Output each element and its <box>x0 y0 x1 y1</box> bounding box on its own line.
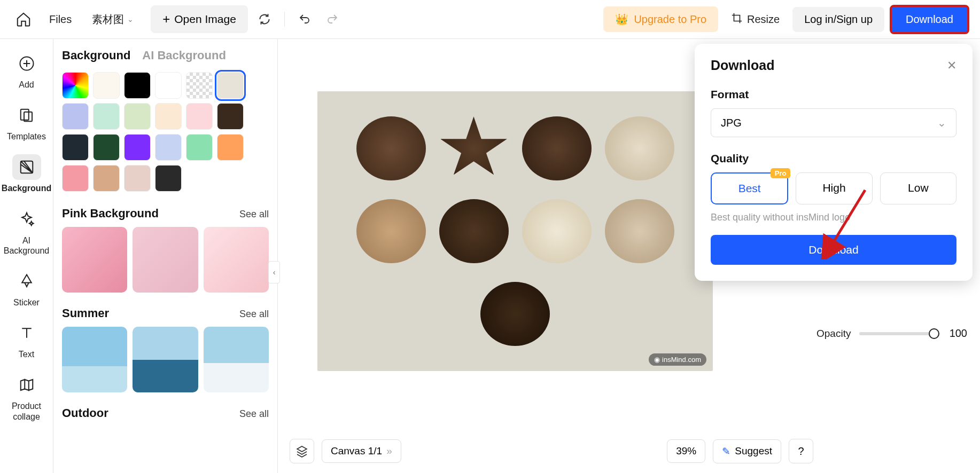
color-swatch[interactable] <box>93 165 120 192</box>
color-swatch[interactable] <box>124 165 151 192</box>
rail-collage-label: Product collage <box>12 401 41 421</box>
image-object <box>605 199 674 263</box>
rail-ai-background[interactable]: AI Background <box>3 202 50 260</box>
image-object <box>356 116 426 180</box>
color-swatch[interactable] <box>155 103 182 130</box>
color-swatch[interactable] <box>124 134 151 161</box>
quality-best[interactable]: Best Pro <box>711 172 788 204</box>
download-action-button[interactable]: Download <box>711 235 956 265</box>
layers-icon[interactable] <box>290 439 314 463</box>
canvas-footer: Canvas 1/1 » 39% ✎ Suggest ? <box>290 439 813 463</box>
upgrade-label: Upgrade to Pro <box>634 13 706 26</box>
color-swatch[interactable] <box>217 72 244 99</box>
chevron-down-icon: ⌄ <box>127 15 134 23</box>
slider-thumb[interactable] <box>929 328 939 339</box>
color-swatch[interactable] <box>155 134 182 161</box>
color-swatch[interactable] <box>124 103 151 130</box>
resize-label: Resize <box>747 13 780 26</box>
color-swatch[interactable] <box>124 72 151 99</box>
background-panel: Background AI Background Pink Background… <box>53 39 278 473</box>
plus-icon: + <box>162 12 170 27</box>
background-thumbnail[interactable] <box>62 227 127 293</box>
files-menu[interactable]: Files <box>42 9 79 30</box>
color-swatch[interactable] <box>93 103 120 130</box>
open-image-button[interactable]: + Open Image <box>151 5 248 33</box>
color-swatch[interactable] <box>186 134 213 161</box>
format-select[interactable]: JPG ⌄ <box>711 108 956 137</box>
opacity-control: Opacity 100 <box>816 327 967 340</box>
color-swatch[interactable] <box>93 72 120 99</box>
undo-icon[interactable] <box>293 8 316 30</box>
material-label: 素材图 <box>92 12 124 27</box>
quality-high[interactable]: High <box>796 172 872 204</box>
redo-icon[interactable] <box>321 8 344 30</box>
rail-background[interactable]: Background <box>3 150 50 198</box>
top-toolbar: Files 素材图 ⌄ + Open Image 👑 Upgrade to Pr… <box>0 0 980 39</box>
separator <box>284 12 285 27</box>
rail-templates-label: Templates <box>7 131 46 141</box>
color-swatch[interactable] <box>217 134 244 161</box>
color-swatch[interactable] <box>62 72 89 99</box>
image-object <box>605 116 674 180</box>
download-title: Download <box>711 58 774 73</box>
suggest-button[interactable]: ✎ Suggest <box>713 439 781 463</box>
upgrade-button[interactable]: 👑 Upgrade to Pro <box>603 6 718 32</box>
quality-options: Best Pro High Low <box>711 172 956 204</box>
opacity-value: 100 <box>944 327 967 340</box>
download-button[interactable]: Download <box>890 5 969 34</box>
see-all-link[interactable]: See all <box>239 309 269 320</box>
quality-low[interactable]: Low <box>880 172 956 204</box>
rail-sticker[interactable]: Sticker <box>3 264 50 312</box>
sync-icon[interactable] <box>253 8 276 30</box>
canvas-pager[interactable]: Canvas 1/1 » <box>322 439 401 463</box>
collapse-panel-button[interactable]: ‹ <box>268 261 280 283</box>
crown-icon: 👑 <box>615 13 628 26</box>
color-swatch[interactable] <box>62 103 89 130</box>
section-title: Outdoor <box>62 406 108 420</box>
home-icon[interactable] <box>11 6 36 32</box>
color-swatch[interactable] <box>186 103 213 130</box>
rail-product-collage[interactable]: Product collage <box>3 368 50 425</box>
close-icon[interactable]: ✕ <box>947 59 956 73</box>
background-thumbnail[interactable] <box>133 327 198 392</box>
color-swatch[interactable] <box>155 72 182 99</box>
canvas-image[interactable]: ◉insMind.com <box>317 91 713 371</box>
rail-templates[interactable]: Templates <box>3 98 50 146</box>
color-swatch[interactable] <box>217 103 244 130</box>
pro-badge: Pro <box>771 168 791 178</box>
image-object <box>439 116 509 180</box>
opacity-slider[interactable] <box>859 332 935 335</box>
open-image-label: Open Image <box>174 13 236 26</box>
material-dropdown[interactable]: 素材图 ⌄ <box>84 8 141 31</box>
color-swatch[interactable] <box>186 72 213 99</box>
tab-background[interactable]: Background <box>62 49 130 62</box>
background-thumbnail[interactable] <box>133 227 198 293</box>
quality-note: Best quality without insMind logo <box>711 212 956 223</box>
opacity-label: Opacity <box>816 328 851 340</box>
rail-add[interactable]: Add <box>3 46 50 94</box>
color-swatch-grid <box>62 72 269 192</box>
zoom-level[interactable]: 39% <box>667 439 705 463</box>
image-object <box>522 199 592 263</box>
crop-icon <box>731 12 743 27</box>
rail-text[interactable]: Text <box>3 316 50 364</box>
background-thumbnail[interactable] <box>204 227 269 293</box>
rail-background-label: Background <box>2 183 51 193</box>
chevrons-right-icon: » <box>386 445 392 457</box>
tab-ai-background[interactable]: AI Background <box>142 49 225 62</box>
see-all-link[interactable]: See all <box>239 408 269 420</box>
watermark: ◉insMind.com <box>649 353 706 366</box>
color-swatch[interactable] <box>62 165 89 192</box>
color-swatch[interactable] <box>155 165 182 192</box>
image-object <box>480 282 550 346</box>
color-swatch[interactable] <box>62 134 89 161</box>
see-all-link[interactable]: See all <box>239 209 269 220</box>
background-thumbnail[interactable] <box>204 327 269 392</box>
background-thumbnail[interactable] <box>62 327 127 392</box>
image-object <box>522 116 592 180</box>
section-title: Pink Background <box>62 207 159 220</box>
section-title: Summer <box>62 306 109 320</box>
color-swatch[interactable] <box>93 134 120 161</box>
resize-button[interactable]: Resize <box>724 8 787 31</box>
login-button[interactable]: Log in/Sign up <box>792 7 884 32</box>
